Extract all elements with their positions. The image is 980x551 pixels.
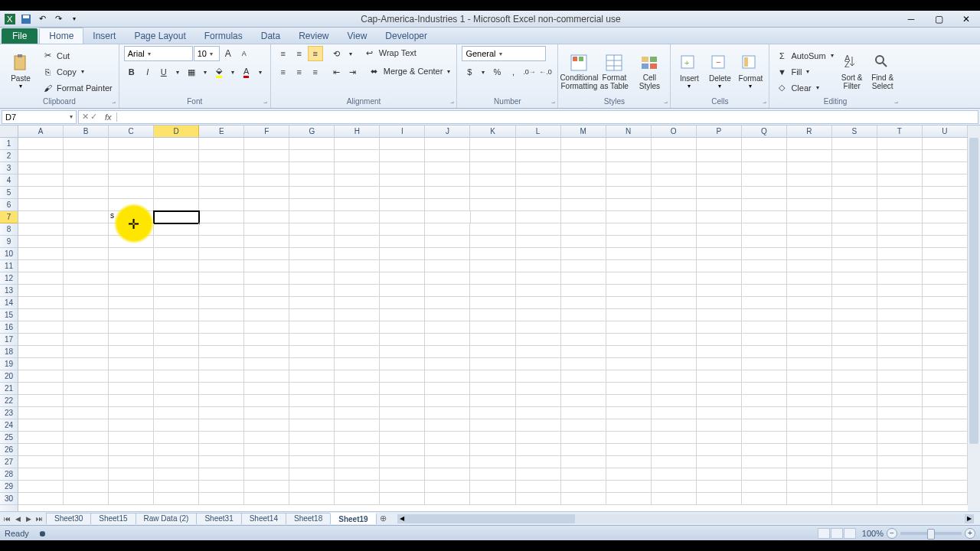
cell[interactable] <box>244 481 289 493</box>
cell[interactable] <box>652 370 697 383</box>
cell[interactable] <box>18 444 64 456</box>
cell[interactable] <box>199 150 244 162</box>
cell[interactable] <box>425 456 470 468</box>
cell[interactable] <box>18 358 64 370</box>
cell[interactable] <box>742 272 787 285</box>
cell[interactable] <box>697 150 742 162</box>
column-header[interactable]: G <box>289 126 335 137</box>
new-sheet-button[interactable]: ⊕ <box>376 514 391 523</box>
currency-dropdown[interactable]: ▾ <box>478 64 488 80</box>
cell[interactable] <box>380 236 425 248</box>
cell[interactable] <box>289 297 335 309</box>
format-painter-button[interactable]: 🖌Format Painter <box>40 81 114 95</box>
tab-review[interactable]: Review <box>289 28 338 44</box>
cell[interactable] <box>470 407 515 419</box>
cell[interactable] <box>606 358 652 370</box>
cell[interactable] <box>832 138 877 150</box>
cell[interactable] <box>470 297 515 309</box>
cell[interactable] <box>64 321 109 334</box>
insert-cells-button[interactable]: +Insert▾ <box>675 48 703 96</box>
cell[interactable] <box>425 432 470 444</box>
cell[interactable] <box>244 419 289 432</box>
cell[interactable] <box>109 407 154 419</box>
cell[interactable] <box>877 223 923 236</box>
cell[interactable] <box>606 346 652 358</box>
cell[interactable] <box>606 297 652 309</box>
cell[interactable] <box>561 383 606 395</box>
cell[interactable] <box>335 493 380 505</box>
cell[interactable] <box>606 272 652 285</box>
cell[interactable] <box>199 309 244 321</box>
cell[interactable] <box>787 358 832 370</box>
cell[interactable] <box>18 395 64 407</box>
cell[interactable] <box>64 370 109 383</box>
cell[interactable] <box>652 211 697 223</box>
cell[interactable] <box>199 162 244 174</box>
enter-fx-icon[interactable]: ✓ <box>90 112 97 122</box>
cell[interactable] <box>64 260 109 272</box>
cell[interactable] <box>244 468 289 481</box>
cell[interactable] <box>516 297 561 309</box>
cell[interactable] <box>652 309 697 321</box>
cell[interactable] <box>425 297 470 309</box>
cell[interactable] <box>606 211 652 223</box>
cell[interactable] <box>18 456 64 468</box>
fill-color-button[interactable]: ⬙ <box>211 64 227 80</box>
cell[interactable] <box>335 211 380 223</box>
cell[interactable] <box>470 321 515 334</box>
cell[interactable] <box>652 162 697 174</box>
cell[interactable] <box>244 309 289 321</box>
row-header[interactable]: 2 <box>0 150 18 162</box>
cell[interactable] <box>606 199 652 211</box>
qat-dropdown-icon[interactable]: ▾ <box>67 12 81 26</box>
cell[interactable] <box>380 444 425 456</box>
cell[interactable] <box>289 419 335 432</box>
redo-icon[interactable]: ↷ <box>51 12 65 26</box>
cell[interactable] <box>877 493 923 505</box>
cell[interactable] <box>516 383 561 395</box>
cell[interactable] <box>244 407 289 419</box>
cell[interactable] <box>289 174 335 187</box>
cell[interactable] <box>335 236 380 248</box>
cell[interactable] <box>18 383 64 395</box>
cell[interactable] <box>877 456 923 468</box>
cell[interactable] <box>289 309 335 321</box>
cell[interactable] <box>289 395 335 407</box>
cell[interactable] <box>787 346 832 358</box>
zoom-slider[interactable] <box>900 532 962 535</box>
cell[interactable] <box>109 432 154 444</box>
cell[interactable] <box>64 236 109 248</box>
cell[interactable] <box>787 481 832 493</box>
row-header[interactable]: 24 <box>0 419 18 432</box>
zoom-level[interactable]: 100% <box>862 529 884 538</box>
cell[interactable] <box>516 407 561 419</box>
cell[interactable] <box>335 162 380 174</box>
wrap-text-button[interactable]: ↩Wrap Text <box>362 46 418 60</box>
cell[interactable] <box>199 444 244 456</box>
column-header[interactable]: J <box>425 126 470 137</box>
cell[interactable] <box>199 272 244 285</box>
cell[interactable] <box>697 346 742 358</box>
cell[interactable] <box>652 346 697 358</box>
cell[interactable] <box>64 272 109 285</box>
cell[interactable] <box>742 358 787 370</box>
cell[interactable] <box>561 481 606 493</box>
cell[interactable] <box>425 468 470 481</box>
cell[interactable] <box>516 334 561 346</box>
cell[interactable] <box>335 456 380 468</box>
cell[interactable] <box>244 334 289 346</box>
cell[interactable] <box>18 346 64 358</box>
cell[interactable] <box>380 174 425 187</box>
cell[interactable] <box>380 309 425 321</box>
cell[interactable] <box>199 481 244 493</box>
cell[interactable] <box>18 321 64 334</box>
row-header[interactable]: 23 <box>0 407 18 419</box>
cell[interactable] <box>923 407 968 419</box>
cell[interactable] <box>652 138 697 150</box>
cell[interactable] <box>561 407 606 419</box>
cell[interactable] <box>18 236 64 248</box>
cell[interactable] <box>289 334 335 346</box>
cell[interactable] <box>18 407 64 419</box>
cell[interactable] <box>335 432 380 444</box>
cell[interactable] <box>199 432 244 444</box>
